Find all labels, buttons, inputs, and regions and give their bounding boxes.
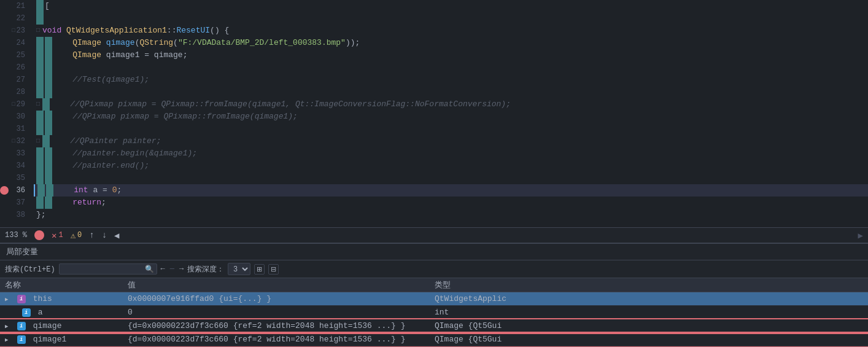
- breakpoint-icon[interactable]: [0, 186, 9, 195]
- table-row[interactable]: i this 0x0000007e916ffad0 {ui={...} } Qt…: [0, 292, 868, 306]
- code-line-24: QImage qimage ( QString ( "F:/VDAData/BM…: [34, 37, 868, 49]
- panel-title: 局部变量: [0, 244, 868, 260]
- code-line-21: [: [34, 0, 868, 12]
- gutter-34: 34: [0, 160, 29, 172]
- code-line-31: [34, 123, 868, 135]
- gutter-22: 22: [0, 12, 29, 25]
- var-name-qimage1: i qimage1: [0, 333, 123, 346]
- table-row[interactable]: i qimage {d=0x00000223d7f3c660 {ref=2 wi…: [0, 319, 868, 333]
- gutter-31: 31: [0, 123, 29, 135]
- variable-table: 名称 值 类型 i this: [0, 278, 868, 346]
- col-header-type: 类型: [430, 278, 868, 292]
- status-bar: 133 % ✕ 1 ⚠ 0 ↑ ↓ ◀ ▶: [0, 227, 868, 243]
- nav-up-button[interactable]: ↑: [89, 230, 94, 240]
- gutter-27: 27: [0, 74, 29, 86]
- separator: —: [170, 265, 174, 273]
- warning-count: ⚠ 0: [71, 230, 82, 241]
- code-line-38: };: [34, 209, 868, 221]
- expand-arrow-qimage[interactable]: [5, 321, 12, 330]
- code-line-34: //painter.end();: [34, 160, 868, 172]
- gutter-26: 26: [0, 61, 29, 74]
- code-line-37: return ;: [34, 197, 868, 209]
- bottom-panel: 局部变量 搜索(Ctrl+E) 🔍 ← — → 搜索深度： 3 1 2 4 5 …: [0, 243, 868, 347]
- code-line-35: [34, 172, 868, 184]
- code-line-23: □ void QtWidgetsApplication1 :: ResetUI …: [34, 25, 868, 37]
- arrow-left[interactable]: ←: [161, 265, 165, 273]
- gutter-36: 36: [0, 184, 29, 197]
- code-line-27: //Test(qimage1);: [34, 74, 868, 86]
- gutter-35: 35: [0, 172, 29, 184]
- line-gutter: 21 22 □23 24 25 26 27 28 □29 30 31 □32 3…: [0, 0, 34, 227]
- search-icon-btn[interactable]: 🔍: [145, 265, 154, 273]
- var-type-a: int: [430, 306, 868, 319]
- gutter-25: 25: [0, 49, 29, 61]
- code-editor: 21 22 □23 24 25 26 27 28 □29 30 31 □32 3…: [0, 0, 868, 227]
- arrow-right[interactable]: →: [179, 265, 184, 273]
- var-value-qimage1: {d=0x00000223d7f3c660 {ref=2 width=2048 …: [123, 333, 430, 346]
- panel-toolbar: 搜索(Ctrl+E) 🔍 ← — → 搜索深度： 3 1 2 4 5 ⊞ ⊟: [0, 260, 868, 278]
- copy-btn[interactable]: ⊞: [254, 264, 265, 275]
- search-input-wrap[interactable]: 🔍: [59, 263, 157, 275]
- var-icon-this: i: [17, 295, 26, 303]
- breakpoint-status-icon: [34, 230, 44, 240]
- code-line-32: □ //QPainter painter;: [34, 135, 868, 147]
- code-line-29: □ //QPixmap pixmap = QPixmap::fromImage(…: [34, 98, 868, 111]
- var-icon-a: i: [22, 308, 31, 317]
- gutter-29: □29: [0, 98, 29, 111]
- search-input[interactable]: [62, 265, 142, 273]
- search-label: 搜索(Ctrl+E): [5, 264, 55, 275]
- code-line-30: //QPixmap pixmap = QPixmap::fromImage(qi…: [34, 111, 868, 123]
- code-line-33: //painter.begin(&qimage1);: [34, 147, 868, 160]
- code-line-22: [34, 12, 868, 25]
- scroll-right-btn[interactable]: ▶: [858, 230, 863, 241]
- table-row[interactable]: i qimage1 {d=0x00000223d7f3c660 {ref=2 w…: [0, 333, 868, 346]
- code-line-28: [34, 86, 868, 98]
- gutter-33: 33: [0, 147, 29, 160]
- table-header: 名称 值 类型: [0, 278, 868, 292]
- var-name-a: i a: [0, 306, 123, 319]
- var-name-qimage: i qimage: [0, 319, 123, 333]
- var-type-qimage1: QImage {Qt5Gui: [430, 333, 868, 346]
- table-row[interactable]: i a 0 int: [0, 306, 868, 319]
- gutter-38: 38: [0, 209, 29, 221]
- code-line-36: int a = 0 ;: [34, 184, 868, 197]
- code-line-26: [34, 61, 868, 74]
- gutter-32: □32: [0, 135, 29, 147]
- var-value-this: 0x0000007e916ffad0 {ui={...} }: [123, 292, 430, 306]
- var-value-a: 0: [123, 306, 430, 319]
- depth-select[interactable]: 3 1 2 4 5: [228, 263, 250, 275]
- col-header-value: 值: [123, 278, 430, 292]
- gutter-24: 24: [0, 37, 29, 49]
- gutter-23: □23: [0, 25, 29, 37]
- gutter-30: 30: [0, 111, 29, 123]
- expand-btn[interactable]: ⊟: [268, 264, 279, 275]
- var-type-qimage: QImage {Qt5Gui: [430, 319, 868, 333]
- nav-left-button[interactable]: ◀: [114, 230, 119, 241]
- gutter-28: 28: [0, 86, 29, 98]
- var-type-this: QtWidgetsApplic: [430, 292, 868, 306]
- code-content: [ □ void QtWidgetsApplication1 :: ResetU…: [34, 0, 868, 227]
- var-value-qimage: {d=0x00000223d7f3c660 {ref=2 width=2048 …: [123, 319, 430, 333]
- gutter-21: 21: [0, 0, 29, 12]
- variable-table-scroll: 名称 值 类型 i this: [0, 278, 868, 347]
- col-header-name: 名称: [0, 278, 123, 292]
- gutter-37: 37: [0, 197, 29, 209]
- var-icon-qimage: i: [17, 322, 26, 330]
- zoom-level: 133 %: [5, 231, 27, 240]
- var-name-this: i this: [0, 292, 123, 306]
- code-line-25: QImage qimage1 = qimage;: [34, 49, 868, 61]
- expand-arrow-qimage1[interactable]: [5, 335, 12, 344]
- depth-label: 搜索深度：: [187, 264, 224, 275]
- nav-down-button[interactable]: ↓: [102, 230, 107, 240]
- var-icon-qimage1: i: [17, 335, 26, 344]
- expand-arrow-this[interactable]: [5, 294, 12, 303]
- error-count: ✕ 1: [52, 230, 63, 241]
